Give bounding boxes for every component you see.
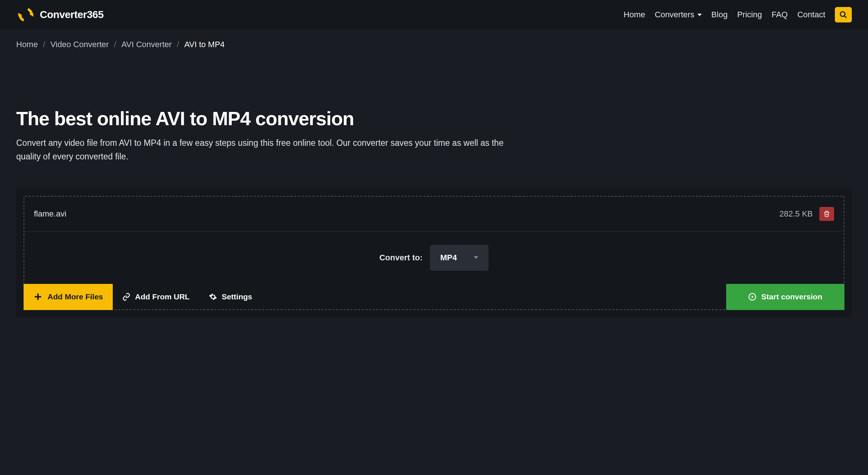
nav-home[interactable]: Home [624,10,645,20]
svg-line-3 [844,16,847,18]
breadcrumb-separator: / [177,40,179,49]
format-value: MP4 [440,253,457,263]
dropzone[interactable]: flame.avi 282.5 KB Convert to: [24,196,844,310]
page-subtitle: Convert any video file from AVI to MP4 i… [16,136,525,163]
start-label: Start conversion [761,292,822,301]
logo-icon [16,5,35,24]
logo[interactable]: Converter365 [16,5,104,24]
action-spacer [262,284,727,310]
breadcrumb-current: AVI to MP4 [184,40,225,49]
add-url-button[interactable]: Add From URL [113,284,199,310]
nav-converters[interactable]: Converters [655,10,702,20]
nav-faq[interactable]: FAQ [771,10,788,20]
action-bar: Add More Files Add From URL Settings [24,284,844,310]
settings-label: Settings [222,292,252,301]
delete-button[interactable] [819,207,834,221]
settings-button[interactable]: Settings [199,284,262,310]
chevron-down-icon [697,14,702,16]
breadcrumb-item-video[interactable]: Video Converter [50,40,109,49]
main-content: Home / Video Converter / AVI Converter /… [0,29,868,317]
plus-icon [33,292,43,302]
brand-name: Converter365 [40,9,104,21]
chevron-down-icon [474,256,478,259]
breadcrumb-item-home[interactable]: Home [16,40,38,49]
file-meta: 282.5 KB [779,207,834,221]
search-button[interactable] [835,7,852,22]
nav-blog[interactable]: Blog [711,10,728,20]
gear-icon [209,293,217,301]
add-more-button[interactable]: Add More Files [24,284,113,310]
header: Converter365 Home Converters Blog Pricin… [0,0,868,29]
svg-marker-7 [752,295,754,298]
start-conversion-button[interactable]: Start conversion [726,284,844,310]
trash-icon [823,210,830,218]
format-select[interactable]: MP4 [430,245,489,271]
link-icon [122,293,130,301]
nav-contact[interactable]: Contact [797,10,825,20]
search-icon [839,11,847,19]
file-size: 282.5 KB [779,209,813,219]
nav-converters-label: Converters [655,10,694,20]
add-url-label: Add From URL [135,292,190,301]
breadcrumb-separator: / [114,40,116,49]
converter-panel: flame.avi 282.5 KB Convert to: [16,189,852,317]
add-more-label: Add More Files [48,292,103,301]
breadcrumb: Home / Video Converter / AVI Converter /… [16,29,852,60]
convert-to-label: Convert to: [379,253,423,263]
svg-point-2 [840,12,845,17]
file-name: flame.avi [34,209,66,219]
main-nav: Home Converters Blog Pricing FAQ Contact [624,7,852,22]
nav-pricing[interactable]: Pricing [737,10,762,20]
file-row: flame.avi 282.5 KB [24,197,844,232]
breadcrumb-item-avi[interactable]: AVI Converter [122,40,172,49]
play-icon [748,293,756,301]
convert-to-row: Convert to: MP4 [24,232,844,284]
breadcrumb-separator: / [43,40,45,49]
page-title: The best online AVI to MP4 conversion [16,108,852,130]
